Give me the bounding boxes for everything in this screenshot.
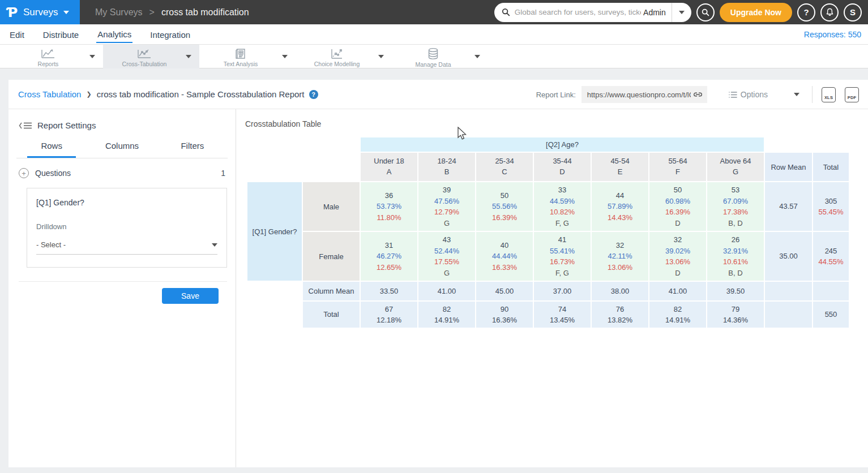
col-header: 45-54E [592, 153, 648, 181]
search-scope-dropdown[interactable] [672, 3, 691, 22]
avatar[interactable]: S [844, 3, 862, 22]
link-icon[interactable] [693, 91, 703, 98]
export-pdf-button[interactable]: PDF [845, 87, 859, 102]
chevron-down-icon[interactable] [282, 55, 288, 58]
breadcrumb-separator: > [149, 7, 155, 18]
column-mean-label: Column Mean [303, 282, 360, 300]
bell-icon [826, 8, 834, 16]
table-row-female: Female 3146.27%12.65% 4352.44%17.55%G 40… [247, 232, 849, 281]
search-scope[interactable]: Admin [641, 8, 672, 17]
row-group-header: [Q1] Gender? [247, 182, 302, 281]
global-search: Admin [494, 3, 691, 22]
drilldown-select[interactable]: - Select - [36, 240, 217, 255]
search-icon [702, 8, 709, 16]
tool-manage-data[interactable]: Manage Data [392, 45, 488, 68]
breadcrumb-separator: ❯ [86, 91, 91, 98]
chevron-down-icon [63, 11, 69, 14]
upgrade-now-button[interactable]: Upgrade Now [720, 3, 792, 22]
line-chart-icon [41, 48, 55, 59]
drilldown-value: - Select - [36, 240, 212, 249]
tab-columns[interactable]: Columns [87, 141, 157, 158]
total-label: Total [303, 302, 360, 328]
data-cell: 5060.98%16.39%D [649, 182, 706, 231]
col-header: 35-44D [534, 153, 591, 181]
cross-tabulation-link[interactable]: Cross Tabulation [18, 89, 81, 99]
table-row: [Q2] Age? [247, 137, 849, 152]
row-total-cell: 24544.55% [813, 232, 849, 281]
chevron-down-icon[interactable] [186, 55, 191, 58]
column-mean-cell: 41.00 [418, 282, 475, 300]
notifications-button[interactable] [820, 3, 839, 22]
row-total-cell: 30555.45% [813, 182, 849, 231]
total-cell: 9016.36% [476, 302, 533, 328]
grand-total-cell: 550 [813, 302, 849, 328]
report-link-url[interactable]: https://www.questionpro.com/t/lCw3Zc [587, 91, 691, 99]
content-split: Report Settings Rows Columns Filters + Q… [8, 109, 868, 467]
help-icon[interactable]: ? [309, 90, 318, 99]
save-button[interactable]: Save [162, 288, 219, 304]
nav-integration[interactable]: Integration [149, 26, 191, 42]
chevron-down-icon[interactable] [474, 55, 480, 58]
breadcrumb-current: cross tab modification [161, 7, 249, 18]
help-button[interactable]: ? [797, 3, 815, 22]
question-label: [Q1] Gender? [36, 198, 217, 207]
database-icon [426, 48, 440, 60]
chevron-down-icon[interactable] [378, 55, 384, 58]
total-cell: 8214.91% [649, 302, 706, 328]
breadcrumb-parent[interactable]: My Surveys [95, 7, 143, 18]
table-row-male: [Q1] Gender? Male 3653.73%11.80% 3947.56… [247, 182, 849, 231]
data-cell: 3344.59%10.82%F, G [534, 182, 591, 231]
report-link-field[interactable]: https://www.questionpro.com/t/lCw3Zc [581, 86, 707, 103]
crosstab-area: Crosstabulation Table [Q2] Age? Under 18… [236, 109, 868, 467]
tool-text-analysis[interactable]: Text Analysis [199, 45, 296, 68]
divider [19, 281, 227, 282]
nav-edit[interactable]: Edit [8, 26, 25, 42]
total-cell: 7413.45% [534, 302, 591, 328]
data-cell: 4352.44%17.55%G [418, 232, 475, 281]
col-header: 18-24B [418, 153, 475, 181]
total-cell: 8214.91% [418, 302, 475, 328]
tab-filters[interactable]: Filters [157, 141, 228, 158]
topbar-actions: Admin Upgrade Now ? S [494, 3, 868, 22]
collapse-panel-icon[interactable] [19, 122, 32, 130]
tab-rows[interactable]: Rows [16, 141, 87, 158]
list-options-icon [729, 91, 737, 98]
empty-cell [765, 302, 812, 328]
nav-distribute[interactable]: Distribute [42, 26, 80, 42]
col-header: 55-64F [649, 153, 706, 181]
total-cell: 6712.18% [361, 302, 417, 328]
col-header: 25-34C [476, 153, 533, 181]
scatter-chart-icon [330, 48, 344, 59]
tool-cross-tabulation[interactable]: Cross-Tabulation [103, 45, 199, 68]
product-name: Surveys [23, 7, 58, 18]
total-cell: 7613.82% [592, 302, 648, 328]
tool-reports[interactable]: Reports [7, 45, 103, 68]
add-question-button[interactable]: + [19, 168, 29, 178]
settings-title: Report Settings [37, 121, 96, 130]
data-cell: 5055.56%16.39% [476, 182, 533, 231]
column-mean-cell: 37.00 [534, 282, 591, 300]
top-bar: Ƥ Surveys My Surveys > cross tab modific… [0, 0, 868, 24]
data-cell: 2632.91%10.61%B, D [707, 232, 764, 281]
drilldown-label: Drilldown [36, 222, 217, 231]
product-switcher[interactable]: Ƥ Surveys [0, 0, 80, 24]
questions-count: 1 [221, 169, 225, 178]
search-input[interactable] [515, 8, 641, 16]
data-cell: 4155.41%16.73%F, G [534, 232, 591, 281]
total-header: Total [813, 153, 849, 181]
analytics-toolbar: Reports Cross-Tabulation Text Analysis C… [0, 45, 868, 68]
chevron-down-icon[interactable] [89, 55, 95, 58]
responses-count[interactable]: Responses: 550 [804, 30, 861, 39]
total-cell: 7914.36% [707, 302, 764, 328]
options-label: Options [741, 90, 768, 99]
tool-choice-modelling[interactable]: Choice Modelling [296, 45, 392, 68]
top-breadcrumb: My Surveys > cross tab modification [95, 7, 249, 18]
nav-analytics[interactable]: Analytics [96, 25, 132, 43]
row-mean-cell: 35.00 [765, 232, 812, 281]
report-title: cross tab modification - Sample Crosstab… [97, 89, 305, 99]
export-xls-button[interactable]: XLS [822, 87, 836, 102]
search-button[interactable] [696, 3, 715, 22]
empty-cell [765, 282, 812, 300]
options-dropdown[interactable]: Options [729, 90, 799, 99]
empty-cell [813, 282, 849, 300]
